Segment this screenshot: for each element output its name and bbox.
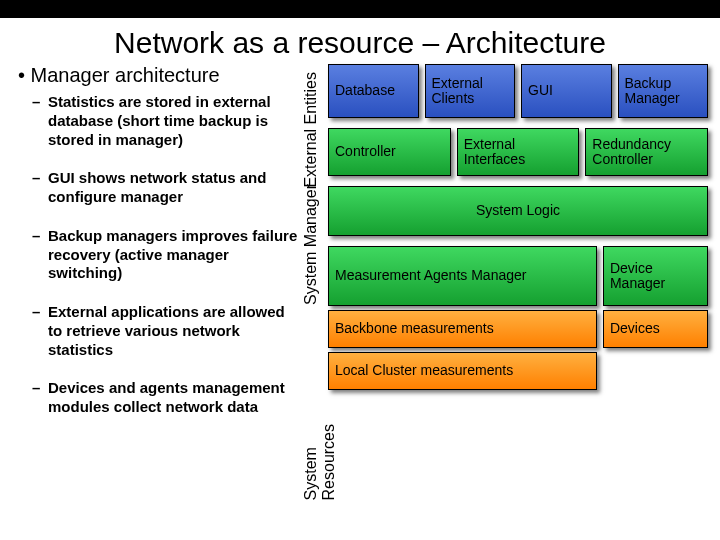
box-device-manager: Device Manager xyxy=(603,246,708,306)
box-external-clients: External Clients xyxy=(425,64,516,118)
box-system-logic: System Logic xyxy=(328,186,708,236)
row-managers: Measurement Agents Manager Device Manage… xyxy=(328,246,708,306)
box-gui: GUI xyxy=(521,64,612,118)
box-devices: Devices xyxy=(603,310,708,348)
section-heading: Manager architecture xyxy=(18,64,298,87)
box-database: Database xyxy=(328,64,419,118)
page-title: Network as a resource – Architecture xyxy=(0,18,720,64)
diagram-area: External Entities System Manager System … xyxy=(298,64,708,437)
row-system-logic: System Logic xyxy=(328,186,708,236)
bullet-statistics: Statistics are stored in external databa… xyxy=(36,93,298,149)
box-controller: Controller xyxy=(328,128,451,176)
box-redundancy-controller: Redundancy Controller xyxy=(585,128,708,176)
row-backbone: Backbone measurements Devices xyxy=(328,310,708,348)
box-external-interfaces: External Interfaces xyxy=(457,128,580,176)
content: Manager architecture Statistics are stor… xyxy=(0,64,720,437)
box-backbone-measurements: Backbone measurements xyxy=(328,310,597,348)
box-measurement-agents-manager: Measurement Agents Manager xyxy=(328,246,597,306)
box-backup-manager: Backup Manager xyxy=(618,64,709,118)
label-system-resources: System Resources xyxy=(302,424,338,500)
row-external: Database External Clients GUI Backup Man… xyxy=(328,64,708,118)
bullet-devices: Devices and agents management modules co… xyxy=(36,379,298,417)
bullet-backup: Backup managers improves failure recover… xyxy=(36,227,298,283)
label-system-manager: System Manager xyxy=(302,184,320,305)
label-external-entities: External Entities xyxy=(302,72,320,188)
top-border xyxy=(0,0,720,18)
left-column: Manager architecture Statistics are stor… xyxy=(18,64,298,437)
diagram: Database External Clients GUI Backup Man… xyxy=(328,64,708,390)
box-local-cluster: Local Cluster measurements xyxy=(328,352,597,390)
row-controllers: Controller External Interfaces Redundanc… xyxy=(328,128,708,176)
bullet-gui: GUI shows network status and configure m… xyxy=(36,169,298,207)
row-local-cluster: Local Cluster measurements xyxy=(328,352,708,390)
bullet-external-apps: External applications are allowed to ret… xyxy=(36,303,298,359)
